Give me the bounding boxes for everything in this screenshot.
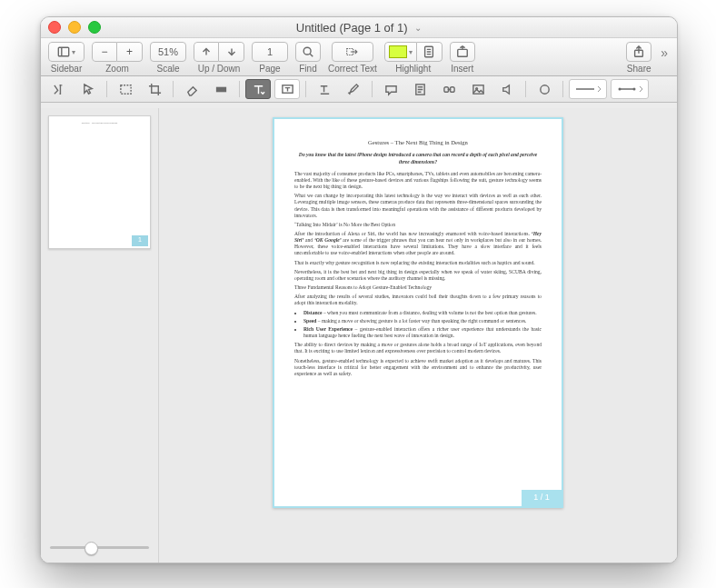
text-select-tool[interactable] bbox=[46, 79, 72, 99]
doc-subheading: Three Fundamental Reasons to Adopt Gestu… bbox=[294, 284, 542, 291]
arrow-tool[interactable] bbox=[75, 79, 101, 99]
underline-tool[interactable] bbox=[312, 79, 337, 99]
marquee-icon bbox=[119, 83, 133, 96]
doc-paragraph: The vast majority of consumer products l… bbox=[294, 171, 542, 190]
line-icon bbox=[574, 85, 602, 93]
redact-icon bbox=[214, 83, 228, 96]
fullscreen-window-button[interactable] bbox=[88, 21, 101, 34]
zoom-out-button[interactable]: − bbox=[92, 42, 117, 62]
thumbnail-page-indicator: 1 bbox=[132, 235, 148, 246]
insert-label: Insert bbox=[451, 64, 473, 74]
svg-rect-11 bbox=[120, 85, 130, 93]
line-ends-icon bbox=[616, 85, 643, 93]
sound-tool[interactable] bbox=[494, 79, 520, 99]
circle-icon bbox=[538, 83, 552, 96]
page-up-button[interactable] bbox=[194, 42, 219, 62]
close-window-button[interactable] bbox=[48, 21, 61, 34]
eraser-tool[interactable] bbox=[179, 79, 204, 99]
correct-text-label: Correct Text bbox=[328, 64, 377, 74]
doc-lead: Do you know that the latest iPhone desig… bbox=[294, 152, 542, 164]
doc-paragraph: After analyzing the results of several s… bbox=[294, 294, 542, 306]
text-icon bbox=[252, 83, 265, 96]
find-label: Find bbox=[299, 64, 316, 74]
eraser-icon bbox=[185, 83, 199, 96]
share-icon bbox=[632, 45, 645, 58]
note-icon bbox=[413, 83, 427, 96]
line-ends-button[interactable] bbox=[611, 79, 649, 99]
arrow-up-icon bbox=[200, 45, 213, 58]
highlight-color-button[interactable]: ▾ bbox=[384, 42, 417, 62]
thumbnail-zoom-slider[interactable] bbox=[48, 539, 151, 555]
insert-button[interactable] bbox=[450, 42, 475, 62]
text-box-icon bbox=[281, 83, 294, 96]
sidebar-label: Sidebar bbox=[51, 64, 82, 74]
share-label: Share bbox=[627, 64, 651, 74]
link-tool[interactable] bbox=[436, 79, 462, 99]
speaker-icon bbox=[501, 83, 514, 96]
slider-knob[interactable] bbox=[85, 542, 98, 555]
highlight-document-icon bbox=[423, 45, 435, 58]
find-button[interactable] bbox=[295, 42, 321, 62]
annotation-toolbar bbox=[41, 76, 677, 103]
svg-rect-9 bbox=[457, 49, 467, 56]
callout-tool[interactable] bbox=[274, 79, 300, 99]
crop-icon bbox=[148, 83, 162, 96]
shape-tool[interactable] bbox=[532, 79, 557, 99]
window-title-text: Untitled (Page 1 of 1) bbox=[296, 21, 408, 35]
chevron-down-icon: ▾ bbox=[72, 48, 75, 56]
note-tool[interactable] bbox=[407, 79, 433, 99]
pen-tool[interactable] bbox=[341, 79, 366, 99]
text-tool[interactable] bbox=[245, 79, 271, 99]
speech-bubble-icon bbox=[384, 83, 398, 96]
line-style-button[interactable] bbox=[569, 79, 607, 99]
doc-heading: Gestures – The Next Big Thing in Design bbox=[294, 139, 542, 146]
redact-tool[interactable] bbox=[208, 79, 234, 99]
zoom-label: Zoom bbox=[105, 64, 129, 74]
editor-body: Gestures – The Next Big Thing in Design … bbox=[41, 108, 677, 563]
pen-icon bbox=[347, 83, 361, 96]
svg-point-27 bbox=[633, 88, 636, 91]
highlight-label: Highlight bbox=[395, 64, 431, 74]
highlight-swatch bbox=[389, 45, 407, 58]
comment-tool[interactable] bbox=[378, 79, 403, 99]
correct-text-icon bbox=[346, 45, 359, 58]
highlight-add-button[interactable] bbox=[417, 42, 443, 62]
window-title[interactable]: Untitled (Page 1 of 1) ⌄ bbox=[41, 21, 677, 35]
page-number-field[interactable]: 1 bbox=[252, 42, 288, 62]
sidebar-toggle-button[interactable]: ▾ bbox=[48, 42, 85, 62]
doc-paragraph: Nonetheless, gesture-enabled technology … bbox=[294, 358, 542, 377]
text-cursor-icon bbox=[53, 83, 66, 96]
zoom-in-button[interactable]: + bbox=[117, 42, 143, 62]
toolbar-overflow-button[interactable]: » bbox=[659, 42, 670, 60]
crop-tool[interactable] bbox=[142, 79, 167, 99]
link-icon bbox=[443, 83, 456, 96]
arrow-down-icon bbox=[225, 45, 238, 58]
document-canvas[interactable]: Gestures – The Next Big Thing in Design … bbox=[159, 108, 677, 563]
correct-text-button[interactable] bbox=[332, 42, 373, 62]
main-toolbar: ▾ Sidebar − + Zoom 51% Scale Up / Down 1 bbox=[41, 38, 677, 76]
scale-field[interactable]: 51% bbox=[150, 42, 186, 62]
document-page[interactable]: Gestures – The Next Big Thing in Design … bbox=[273, 117, 563, 508]
area-select-tool[interactable] bbox=[113, 79, 138, 99]
svg-line-3 bbox=[310, 54, 313, 56]
svg-rect-12 bbox=[215, 86, 225, 92]
doc-paragraph: What we can change by incorporating this… bbox=[294, 193, 542, 219]
updown-label: Up / Down bbox=[198, 64, 241, 74]
cursor-icon bbox=[82, 83, 95, 96]
page-indicator: 1 / 1 bbox=[522, 490, 562, 506]
page-thumbnail[interactable]: Gestures – The Next Big Thing in Design … bbox=[48, 115, 151, 249]
share-button[interactable] bbox=[626, 42, 651, 62]
doc-paragraph: The ability to direct devices by making … bbox=[294, 342, 542, 354]
image-icon bbox=[472, 83, 485, 96]
page-label: Page bbox=[259, 64, 280, 74]
search-icon bbox=[302, 45, 314, 58]
image-tool[interactable] bbox=[465, 79, 491, 99]
doc-paragraph: After the introduction of Alexa or Siri,… bbox=[294, 231, 542, 257]
scale-label: Scale bbox=[156, 64, 179, 74]
svg-rect-21 bbox=[472, 85, 482, 93]
chevron-down-icon: ▾ bbox=[409, 48, 413, 56]
sidebar-icon bbox=[57, 45, 70, 58]
minimize-window-button[interactable] bbox=[68, 21, 81, 34]
svg-point-2 bbox=[303, 47, 311, 55]
page-down-button[interactable] bbox=[219, 42, 244, 62]
